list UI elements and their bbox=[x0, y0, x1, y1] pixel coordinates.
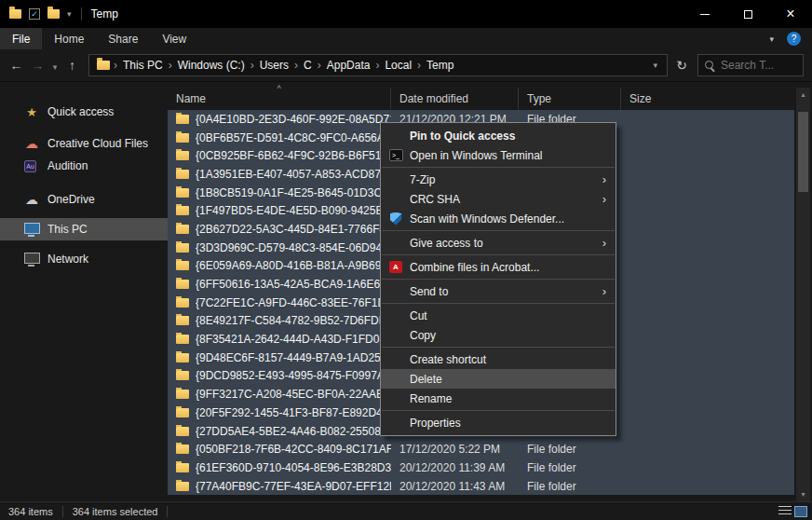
menu-item-pin-to-quick-access[interactable]: Pin to Quick access bbox=[381, 126, 616, 145]
menu-item-open-in-windows-terminal[interactable]: Open in Windows Terminal bbox=[381, 145, 616, 165]
folder-icon bbox=[176, 115, 189, 124]
window-controls bbox=[683, 0, 812, 28]
menu-item-give-access-to[interactable]: Give access to bbox=[381, 233, 616, 253]
menu-separator bbox=[382, 279, 615, 280]
breadcrumb-item[interactable]: This PC bbox=[117, 59, 169, 72]
file-name: {1F497BD5-E4DE-4E5D-B090-9425B15FF3... bbox=[196, 204, 391, 217]
file-name-cell: {6E059A69-A80D-416B-B81A-A9B69C6A2... bbox=[168, 259, 391, 272]
submenu-chevron-icon bbox=[602, 193, 606, 205]
table-row[interactable]: {61EF360D-9710-4054-8E96-E3B28D32FCE...2… bbox=[168, 458, 794, 477]
window-title: Temp bbox=[91, 7, 118, 21]
sidebar-item-label: Quick access bbox=[47, 105, 114, 118]
explorer-window: ▾ Temp FileHomeShareView ›This PC›Window… bbox=[0, 0, 812, 520]
menu-item-send-to[interactable]: Send to bbox=[381, 281, 616, 301]
defender-icon bbox=[390, 212, 402, 226]
menu-item-combine-files-in-acrobat[interactable]: Combine files in Acrobat... bbox=[381, 257, 616, 277]
scroll-up-icon[interactable] bbox=[796, 88, 810, 102]
scroll-down-icon[interactable] bbox=[796, 487, 810, 501]
tab-share[interactable]: Share bbox=[96, 28, 150, 49]
breadcrumb-item[interactable]: Windows (C:) bbox=[172, 59, 250, 72]
breadcrumb-box[interactable]: ›This PC›Windows (C:)›Users›C›AppData›Lo… bbox=[88, 54, 668, 76]
menu-item-cut[interactable]: Cut bbox=[381, 306, 616, 325]
tab-file[interactable]: File bbox=[0, 28, 42, 49]
sidebar-item-this-pc[interactable]: This PC bbox=[0, 218, 168, 240]
breadcrumb-item[interactable]: Temp bbox=[421, 59, 459, 72]
date-modified-cell: 17/12/2020 5:22 PM bbox=[391, 443, 519, 456]
breadcrumb-item[interactable]: Users bbox=[254, 59, 294, 72]
column-header-label: Size bbox=[629, 92, 651, 105]
breadcrumb: ›This PC›Windows (C:)›Users›C›AppData›Lo… bbox=[114, 59, 459, 72]
up-button[interactable] bbox=[61, 58, 83, 73]
properties-check-icon[interactable] bbox=[29, 8, 40, 20]
folder-icon bbox=[176, 463, 189, 472]
breadcrumb-item[interactable]: C bbox=[298, 59, 318, 72]
mi-wrap bbox=[387, 212, 404, 226]
minimize-button[interactable] bbox=[683, 0, 726, 28]
tab-view[interactable]: View bbox=[150, 28, 198, 49]
file-name: {8E49217F-C584-4782-9B52-7D6FDE9B98... bbox=[196, 314, 391, 327]
forward-button[interactable] bbox=[27, 58, 48, 73]
vertical-scrollbar[interactable] bbox=[796, 88, 810, 501]
menu-item-7-zip[interactable]: 7-Zip bbox=[381, 170, 616, 189]
search-input[interactable] bbox=[721, 59, 797, 72]
sidebar-item-quick-access[interactable]: Quick access bbox=[0, 101, 168, 123]
scrollbar-thumb[interactable] bbox=[798, 112, 808, 192]
folder-icon bbox=[176, 371, 189, 380]
tab-home[interactable]: Home bbox=[42, 28, 96, 49]
breadcrumb-item[interactable]: AppData bbox=[321, 59, 376, 72]
sidebar-item-creative-cloud-files[interactable]: Creative Cloud Files bbox=[0, 132, 168, 155]
address-dropdown-chevron-icon[interactable] bbox=[647, 61, 663, 70]
breadcrumb-item[interactable]: Local bbox=[379, 59, 417, 72]
column-header-label: Type bbox=[527, 92, 551, 105]
search-box[interactable] bbox=[697, 54, 804, 76]
folder-icon bbox=[176, 225, 189, 234]
sidebar-item-audition[interactable]: Audition bbox=[0, 155, 168, 177]
acrobat-icon bbox=[389, 261, 402, 273]
file-name: {27DD5AE4-5BE2-4A46-B082-255084CF0... bbox=[196, 425, 391, 438]
file-name: {6FF50616-13A5-42A5-BCA9-1A6E6EDB0... bbox=[196, 278, 391, 291]
new-folder-icon[interactable] bbox=[47, 9, 60, 19]
file-name: {9DCD9852-E493-4995-8475-F0997A5AD2... bbox=[196, 369, 391, 382]
menu-item-delete[interactable]: Delete bbox=[381, 369, 616, 389]
menu-separator bbox=[382, 254, 615, 255]
menu-item-create-shortcut[interactable]: Create shortcut bbox=[381, 349, 616, 369]
details-view-icon[interactable] bbox=[778, 506, 792, 516]
minimize-icon bbox=[700, 14, 710, 15]
menu-item-label: Create shortcut bbox=[410, 353, 486, 366]
type-cell: File folder bbox=[519, 443, 621, 456]
column-header-size[interactable]: Size bbox=[621, 88, 794, 110]
close-button[interactable] bbox=[769, 0, 812, 28]
maximize-button[interactable] bbox=[726, 0, 769, 28]
menu-item-label: Give access to bbox=[410, 237, 483, 250]
column-header-type[interactable]: Type bbox=[519, 88, 621, 110]
minimize-ribbon-chevron-icon[interactable] bbox=[769, 34, 774, 44]
file-name: {20F5F292-1455-41F3-BF87-E892D49F749C bbox=[196, 406, 391, 419]
sidebar-item-onedrive[interactable]: OneDrive bbox=[0, 188, 168, 211]
menu-item-crc-sha[interactable]: CRC SHA bbox=[381, 189, 616, 209]
menu-item-properties[interactable]: Properties bbox=[381, 413, 616, 432]
table-row[interactable]: {77A40FB9C-77EF-43EA-9D07-EFF12F5220...2… bbox=[168, 477, 794, 496]
menu-item-rename[interactable]: Rename bbox=[381, 389, 616, 408]
creative-cloud-icon bbox=[24, 137, 39, 151]
file-name: {0BF6B57E-D591-4C8C-9FC0-A656A118F... bbox=[196, 131, 391, 144]
column-header-date-modified[interactable]: Date modified bbox=[391, 88, 519, 110]
menu-item-scan-with-windows-defender[interactable]: Scan with Windows Defender... bbox=[381, 209, 616, 228]
customize-toolbar-chevron-icon[interactable]: ▾ bbox=[67, 9, 72, 19]
table-row[interactable]: {050BF218-7F6B-42CC-8409-8C171AF0A8...17… bbox=[168, 440, 794, 458]
this-pc-icon bbox=[24, 223, 39, 237]
column-header-name[interactable]: Name bbox=[168, 88, 391, 110]
folder-icon bbox=[176, 206, 189, 215]
recent-locations-chevron-icon[interactable] bbox=[48, 58, 61, 73]
ribbon-right-controls bbox=[769, 32, 812, 46]
large-icons-view-icon[interactable] bbox=[794, 506, 807, 517]
sidebar-item-network[interactable]: Network bbox=[0, 248, 168, 270]
refresh-button[interactable] bbox=[668, 58, 696, 73]
menu-item-copy[interactable]: Copy bbox=[381, 325, 616, 345]
file-name-cell: {0CB925BF-6B62-4F9C-92B6-B6F51BF80B... bbox=[168, 149, 391, 162]
column-headers: NameDate modifiedTypeSize bbox=[168, 88, 794, 110]
app-folder-icon bbox=[9, 9, 21, 19]
folder-icon bbox=[176, 280, 189, 289]
help-icon[interactable] bbox=[787, 32, 801, 46]
back-button[interactable] bbox=[6, 58, 27, 73]
folder-icon bbox=[176, 427, 189, 436]
